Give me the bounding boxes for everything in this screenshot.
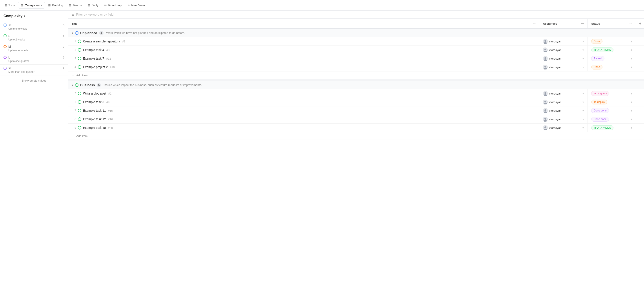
nav-tab-teams[interactable]: ⊞Teams	[66, 2, 84, 8]
status-dropdown-arrow[interactable]: ▾	[631, 118, 632, 121]
task-name[interactable]: Create a sample repository	[83, 40, 120, 43]
filter-placeholder: Filter by keyword or by field	[76, 13, 114, 16]
assignee-dropdown-arrow[interactable]: ▾	[582, 48, 584, 52]
table-row: 3 Example task 7 #11 vtorosyan ▾ Parked	[68, 54, 644, 63]
task-status-circle[interactable]	[78, 57, 81, 60]
cell-status-1-3: Done done ▾	[588, 115, 636, 123]
assignee-name: vtorosyan	[549, 40, 561, 43]
task-name[interactable]: Example task 12	[83, 118, 106, 121]
status-dropdown-arrow[interactable]: ▾	[631, 126, 632, 130]
task-status-circle[interactable]	[78, 118, 81, 121]
task-id: #9	[106, 100, 110, 104]
daily-tab-label: Daily	[92, 4, 98, 7]
sidebar-item-m[interactable]: M 3 Up to one month	[0, 43, 68, 54]
group-header-unplanned[interactable]: ▾ Unplanned 4 Work which we have not pla…	[68, 29, 644, 37]
task-id: #20	[108, 126, 113, 130]
row-num: 5	[72, 92, 76, 95]
task-status-circle[interactable]	[78, 109, 81, 112]
task-name[interactable]: Write a blog post	[83, 92, 106, 95]
status-dropdown-arrow[interactable]: ▾	[631, 40, 632, 43]
status-dropdown-arrow[interactable]: ▾	[631, 57, 632, 60]
cell-assignee-1-0: vtorosyan ▾	[540, 89, 588, 98]
assignee-dropdown-arrow[interactable]: ▾	[582, 40, 584, 43]
svg-point-4	[544, 48, 546, 50]
row-num: 3	[72, 57, 76, 60]
task-name[interactable]: Example task 7	[83, 57, 104, 60]
status-dropdown-arrow[interactable]: ▾	[631, 65, 632, 69]
new-view-button[interactable]: ＋ New View	[124, 2, 148, 8]
cell-title-0-1: 2 Example task 4 #8	[68, 46, 540, 54]
sidebar-item-l[interactable]: L 6 Up to one quarter	[0, 54, 68, 65]
backlog-tab-label: Backlog	[52, 4, 63, 7]
table-header: Title ··· Assignees ··· Status ··· ＋	[68, 19, 644, 29]
status-column-menu[interactable]: ···	[630, 22, 632, 26]
task-status-circle[interactable]	[78, 100, 81, 104]
add-item-button-business[interactable]: ＋ Add item	[68, 132, 644, 140]
add-column-button[interactable]: ＋	[636, 19, 644, 28]
nav-tab-categories[interactable]: ⊞Categories▾	[18, 2, 45, 8]
status-badge: In progress	[591, 91, 609, 96]
assignee-dropdown-arrow[interactable]: ▾	[582, 100, 584, 104]
assignee-dropdown-arrow[interactable]: ▾	[582, 66, 584, 69]
nav-tab-daily[interactable]: ⊟Daily	[85, 2, 101, 8]
status-dropdown-arrow[interactable]: ▾	[631, 109, 632, 112]
cell-status-0-2: Parked ▾	[588, 54, 636, 63]
assignee-dropdown-arrow[interactable]: ▾	[582, 109, 584, 112]
title-column-menu[interactable]: ···	[533, 22, 536, 26]
group-header-business[interactable]: ▾ Business 5 Issues which impact the bus…	[68, 81, 644, 89]
svg-point-10	[544, 66, 546, 68]
add-item-button-unplanned[interactable]: ＋ Add item	[68, 72, 644, 79]
task-status-circle[interactable]	[78, 48, 81, 52]
task-name[interactable]: Example task 4	[83, 48, 104, 52]
assignee-dropdown-arrow[interactable]: ▾	[582, 126, 584, 130]
task-status-circle[interactable]	[78, 92, 81, 95]
cell-title-1-2: 7 Example task 11 #15	[68, 107, 540, 114]
row-num: 9	[72, 126, 76, 129]
sidebar-item-count-m: 3	[63, 45, 64, 48]
avatar-icon	[543, 100, 548, 104]
task-status-circle[interactable]	[78, 65, 81, 69]
avatar	[543, 56, 548, 61]
show-empty-button[interactable]: Show empty values	[0, 76, 68, 86]
svg-point-16	[544, 101, 546, 102]
task-name[interactable]: Example project 2	[83, 65, 108, 69]
sidebar-item-name-xs: XS	[8, 23, 12, 27]
sidebar-item-xl[interactable]: XL 2 More than one quarter	[0, 65, 68, 76]
assignee-name: vtorosyan	[549, 57, 561, 60]
roadmap-tab-label: Roadmap	[108, 4, 122, 7]
sidebar-item-count-l: 6	[63, 56, 64, 59]
task-status-circle[interactable]	[78, 126, 81, 130]
task-name[interactable]: Example task 10	[83, 126, 106, 130]
avatar	[543, 39, 548, 44]
sidebar-item-count-xl: 2	[63, 66, 64, 70]
task-id: #2	[108, 92, 112, 95]
status-dropdown-arrow[interactable]: ▾	[631, 92, 632, 95]
avatar-icon	[543, 91, 548, 96]
status-dropdown-arrow[interactable]: ▾	[631, 48, 632, 52]
assignee-dropdown-arrow[interactable]: ▾	[582, 92, 584, 95]
assignee-dropdown-arrow[interactable]: ▾	[582, 118, 584, 121]
avatar	[543, 108, 548, 113]
group-desc-unplanned: Work which we have not planned and antic…	[106, 31, 185, 34]
sidebar-dot-l	[4, 56, 6, 59]
status-dropdown-arrow[interactable]: ▾	[631, 100, 632, 104]
avatar	[543, 91, 548, 96]
task-name[interactable]: Example task 5	[83, 100, 104, 104]
assignees-column-menu[interactable]: ···	[581, 22, 584, 26]
sidebar-header[interactable]: Complexity ▾	[0, 14, 68, 22]
task-name[interactable]: Example task 11	[83, 109, 106, 112]
nav-tab-roadmap[interactable]: ☰Roadmap	[101, 2, 124, 8]
nav-tab-backlog[interactable]: ⊞Backlog	[46, 2, 66, 8]
task-status-circle[interactable]	[78, 40, 81, 43]
sidebar-item-name-m: M	[8, 45, 11, 48]
sidebar-item-desc-s: Up to 2 weeks	[4, 38, 64, 41]
daily-tab-icon: ⊟	[88, 4, 90, 7]
nav-tab-tops[interactable]: ⊞Tops	[2, 2, 18, 8]
assignee-dropdown-arrow[interactable]: ▾	[582, 57, 584, 60]
tab-dropdown-icon[interactable]: ▾	[41, 4, 42, 6]
row-num: 2	[72, 48, 76, 52]
sidebar-dropdown-icon[interactable]: ▾	[24, 14, 25, 18]
sidebar-item-xs[interactable]: XS 6 Up to one week	[0, 22, 68, 32]
svg-point-13	[544, 92, 546, 94]
sidebar-item-s[interactable]: S 4 Up to 2 weeks	[0, 32, 68, 43]
